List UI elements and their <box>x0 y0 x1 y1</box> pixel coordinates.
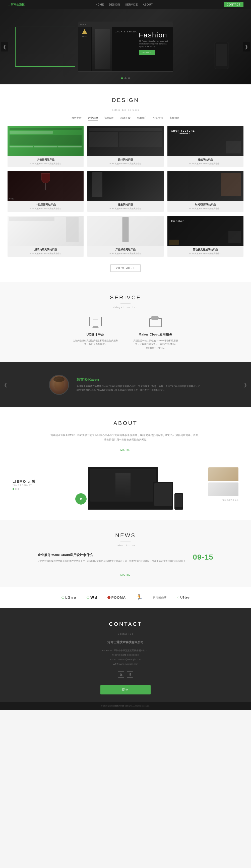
contact-social: 微 博 <box>7 671 244 678</box>
card-caption-2: 设计网站产品 PCIA 奖项 PRCHASE 完整风格指引 <box>87 156 163 167</box>
card-title-6: 时尚/国际网站产品 <box>169 203 242 207</box>
maker-icon-wrap <box>148 316 163 329</box>
nav-about[interactable]: ABOUT <box>143 3 153 6</box>
email-line: EMAIL: contact@example.com <box>7 657 244 662</box>
contact-section: CONTACT Contact us 河南士通技术科技有限公司 ADDRESS:… <box>0 608 251 702</box>
partner-u9[interactable]: ⊂ U9tec <box>177 596 190 599</box>
contact-button[interactable]: CONTACT <box>224 2 244 7</box>
kunder-label: kunder <box>171 219 184 223</box>
wechat-icon[interactable]: 博 <box>127 671 133 678</box>
nav-home[interactable]: HOME <box>95 3 104 6</box>
fashion-title: Fashion <box>139 32 169 39</box>
browser-dot-3 <box>85 24 86 25</box>
about-devices: e <box>43 459 203 509</box>
artist-label: ARTIST <box>78 36 91 37</box>
service-section: SERIVCE things i can i do UX设计平台 让您的数据创实… <box>0 282 251 362</box>
design-card-3[interactable]: ARCHITECTURECOMPANY 建筑网站产品 PCIA 奖项 PRCHA… <box>167 126 244 167</box>
card-title-8: 产品标准网站产品 <box>89 248 161 251</box>
nav-dot-1[interactable] <box>121 78 123 80</box>
hero-name-area: LAURIE SHANG <box>115 30 137 33</box>
design-card-5[interactable]: 服装网站产品 PCIA 奖项 PRCHASE 完整风格指引 <box>87 171 163 212</box>
right-img-1 <box>208 467 239 481</box>
tab-business[interactable]: 业务管理 <box>153 116 163 121</box>
product-dots <box>12 488 38 490</box>
about-section: ABOUT 简单的企业服务/Make Cloud关联下的专业到核心中小企业公司网… <box>0 407 251 520</box>
view-more-button[interactable]: VIEW MORE <box>111 265 140 272</box>
hero-browser-mockup: ARTIST LAURIE SHANG Fashion <box>78 22 173 72</box>
product-dot-2[interactable] <box>15 488 17 490</box>
about-divider <box>121 429 130 429</box>
tab-enterprise[interactable]: 企业管理 <box>88 116 98 121</box>
card-title-9: 互动视觉完成网站产品 <box>169 248 242 251</box>
mock-left <box>89 132 118 147</box>
testimonial-next-arrow[interactable]: ❯ <box>244 382 247 388</box>
card-desc-2: PCIA 奖项 PRCHASE 完整风格指引 <box>89 162 161 165</box>
pooma-dot <box>107 596 111 599</box>
tab-market[interactable]: 市场调查 <box>169 116 180 121</box>
partner-chinese[interactable]: 实力的品牌 <box>153 596 167 599</box>
tab-web[interactable]: 网络文件 <box>71 116 82 121</box>
design-card-6[interactable]: 时尚/国际网站产品 PCIA 奖项 PRCHASE 完整风格指引 <box>167 171 244 212</box>
weibo-icon[interactable]: 微 <box>118 671 124 678</box>
design-card-2[interactable]: 设计网站产品 PCIA 奖项 PRCHASE 完整风格指引 <box>87 126 163 167</box>
portrait-face <box>221 173 241 196</box>
tab-brand[interactable]: 品项推广 <box>137 116 147 121</box>
partner-dancer[interactable]: 🏃 <box>136 594 143 601</box>
browser-body: ARTIST LAURIE SHANG Fashion <box>78 27 173 71</box>
mock-nav <box>9 128 82 130</box>
mock-right <box>119 132 161 147</box>
design-card-7[interactable]: 服装与用具网站产品 PCIA 奖项 PRCHASE 完整风格指引 <box>7 216 84 257</box>
card-desc-3: PCIA 奖项 PRCHASE 完整风格指引 <box>169 162 242 165</box>
hero-phone-mockup <box>215 42 228 69</box>
card-desc-9: PCIA 奖项 PRCHASE 完整风格指引 <box>169 252 242 255</box>
service-card-ux: UX设计平台 让您的数据创实现您的概念和思维在您的服务中，我们可以帮助您... <box>73 316 118 350</box>
design-tabs: 网络文件 企业管理 视觉制图 移动开发 品项推广 业务管理 市场调查 <box>7 116 244 121</box>
logo-e: e <box>80 497 82 501</box>
tab-visual[interactable]: 视觉制图 <box>104 116 114 121</box>
service-subtitle: things i can i do <box>7 306 244 309</box>
design-card-1[interactable]: UI设计网站产品 PCIA 奖项 PRCHASE 完整风格指引 <box>7 126 84 167</box>
u9-label: U9tec <box>180 596 190 599</box>
u9-icon: ⊂ <box>177 596 180 599</box>
testimonial-content: 韩霄名-Kaven 做世界上最好的产品是我们MAKERINC社区技术的核心信念，… <box>76 377 202 392</box>
product-dot-3[interactable] <box>18 488 19 490</box>
hero-prev-arrow[interactable]: ❮ <box>1 42 8 52</box>
card-caption-9: 互动视觉完成网站产品 PCIA 奖项 PRCHASE 完整风格指引 <box>167 246 244 257</box>
news-item-1: 企业服务/Make Cloud应用设计拿什么 让您的数据创实现您的概念和思维在您… <box>38 553 213 563</box>
phone-small-screen <box>175 494 183 507</box>
gold-block <box>169 240 179 245</box>
design-card-4[interactable]: WINE 个性国际网站产品 PCIA 奖项 PRCHASE 完整风格指引 <box>7 171 84 212</box>
hero-next-arrow[interactable]: ❯ <box>243 42 250 52</box>
nav-dot-3[interactable] <box>128 78 130 80</box>
testimonial-text: 做世界上最好的产品是我们MAKERINC社区技术的核心信念，它来自视觉【创意】品… <box>76 384 202 392</box>
navbar-logo: ⊂ 河南士通技 <box>7 3 25 6</box>
navbar: ⊂ 河南士通技 HOME DESIGN SERVICE ABOUT CONTAC… <box>0 0 251 9</box>
product-dot-1[interactable] <box>12 488 14 490</box>
tab-mobile[interactable]: 移动开发 <box>121 116 130 121</box>
contact-submit-button[interactable]: 提交 <box>100 685 151 694</box>
partner-wb[interactable]: ⊂ WB <box>86 595 98 600</box>
laptop-person <box>116 473 130 498</box>
card-caption-4: 个性国际网站产品 PCIA 奖项 PRCHASE 完整风格指引 <box>7 201 84 212</box>
partner-pooma[interactable]: POOMA <box>107 595 126 599</box>
contact-title: CONTACT <box>7 621 244 627</box>
hero-more-button[interactable]: MORE › <box>139 50 155 55</box>
mock-lines <box>9 146 82 148</box>
monitor-inner <box>93 319 98 322</box>
service-title: SERIVCE <box>7 294 244 301</box>
design-card-9[interactable]: kunder 互动视觉完成网站产品 PCIA 奖项 PRCHASE 完整风格指引 <box>167 216 244 257</box>
news-divider <box>121 541 130 541</box>
design-card-8[interactable]: 产品标准网站产品 PCIA 奖项 PRCHASE 完整风格指引 <box>87 216 163 257</box>
wine-bowl <box>41 173 50 183</box>
about-more-link[interactable]: MORE <box>121 448 131 451</box>
testimonial-prev-arrow[interactable]: ❮ <box>4 382 7 388</box>
dancer-icon: 🏃 <box>136 594 143 601</box>
partners-section: ⊂ LGrro ⊂ WB POOMA 🏃 实力的品牌 ⊂ U9tec <box>0 587 251 608</box>
cloud-monitor-icon <box>149 318 162 327</box>
news-more-link[interactable]: MORE <box>121 573 131 576</box>
nav-service[interactable]: SERVICE <box>125 3 138 6</box>
nav-dot-2[interactable] <box>125 78 126 80</box>
nav-design[interactable]: DESIGN <box>109 3 120 6</box>
wine-label: WINE <box>9 198 14 200</box>
partner-lgorro[interactable]: ⊂ LGrro <box>61 595 76 599</box>
